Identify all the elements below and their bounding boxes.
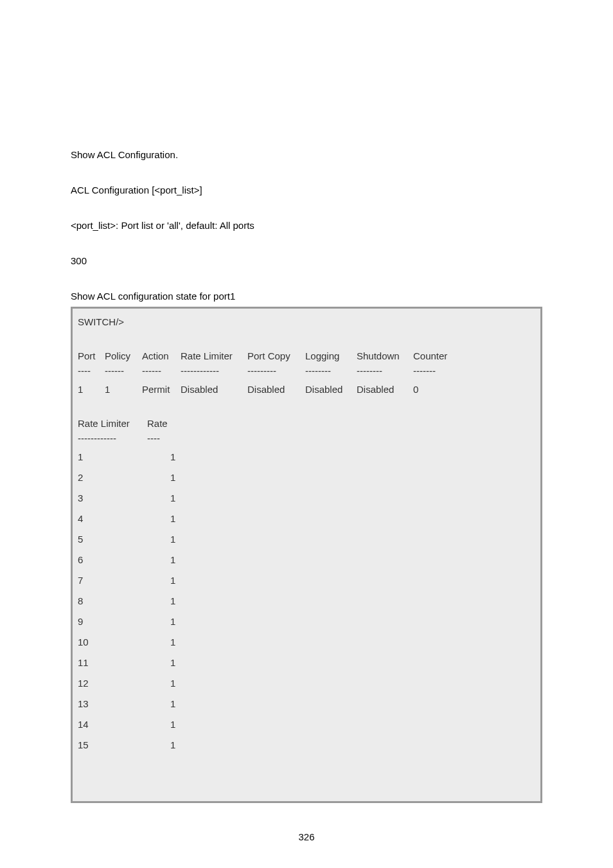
col-action: Action — [142, 349, 181, 363]
page: Show ACL Configuration. ACL Configuratio… — [0, 0, 613, 868]
rl-col-id: Rate Limiter — [78, 417, 147, 430]
terminal-prompt: SWITCH/> — [78, 315, 124, 329]
rl-cell-rate: 1 — [170, 491, 190, 505]
port-table-divider: ---- ------ ------ ------------ --------… — [78, 364, 535, 377]
rl-cell-rate: 1 — [170, 512, 190, 525]
intro-line-4: 300 — [71, 254, 542, 267]
port-table-header: Port Policy Action Rate Limiter Port Cop… — [78, 349, 535, 363]
rl-cell-id: 3 — [78, 491, 97, 505]
rate-limiter-row: 81 — [78, 594, 535, 608]
rl-cell-id: 11 — [78, 656, 97, 669]
rl-cell-id: 4 — [78, 512, 97, 525]
rl-cell-rate: 1 — [170, 574, 190, 587]
rl-cell-id: 15 — [78, 738, 97, 752]
rl-cell-rate: 1 — [170, 656, 190, 669]
rl-cell-id: 9 — [78, 615, 97, 628]
col-rate-limiter: Rate Limiter — [181, 349, 247, 363]
rate-limiter-row: 51 — [78, 532, 535, 546]
rl-cell-id: 10 — [78, 635, 97, 649]
rl-cell-rate: 1 — [170, 450, 190, 464]
col-port-copy: Port Copy — [247, 349, 305, 363]
col-port: Port — [78, 349, 105, 363]
rate-limiter-row: 141 — [78, 718, 535, 731]
cell-logging: Disabled — [305, 383, 357, 396]
cell-portcopy: Disabled — [247, 383, 305, 396]
rate-limiter-rows: 112131415161718191101111121131141151 — [78, 450, 535, 752]
rate-limiter-row: 121 — [78, 676, 535, 690]
col-shutdown: Shutdown — [357, 349, 413, 363]
cell-rate: Disabled — [181, 383, 247, 396]
rl-cell-rate: 1 — [170, 676, 190, 690]
rl-cell-id: 12 — [78, 676, 97, 690]
rate-limiter-divider: ------------ ---- — [78, 431, 535, 445]
cell-port: 1 — [78, 383, 105, 396]
rl-cell-id: 13 — [78, 697, 97, 710]
intro-line-5: Show ACL configuration state for port1 — [71, 289, 542, 303]
cell-policy: 1 — [105, 383, 142, 396]
rl-cell-id: 5 — [78, 532, 97, 546]
rl-cell-rate: 1 — [170, 718, 190, 731]
rate-limiter-row: 61 — [78, 553, 535, 566]
rate-limiter-row: 131 — [78, 697, 535, 710]
rl-col-rate: Rate — [147, 417, 179, 430]
cell-shutdown: Disabled — [357, 383, 413, 396]
intro-line-3: <port_list>: Port list or 'all', default… — [71, 219, 542, 232]
rate-limiter-row: 91 — [78, 615, 535, 628]
rl-cell-id: 2 — [78, 471, 97, 484]
rl-cell-rate: 1 — [170, 594, 190, 608]
intro-line-1: Show ACL Configuration. — [71, 148, 542, 161]
rate-limiter-row: 31 — [78, 491, 535, 505]
cell-counter: 0 — [413, 383, 458, 396]
rate-limiter-row: 41 — [78, 512, 535, 525]
rl-cell-rate: 1 — [170, 471, 190, 484]
rate-limiter-row: 71 — [78, 574, 535, 587]
rate-limiter-row: 11 — [78, 450, 535, 464]
rl-cell-id: 8 — [78, 594, 97, 608]
rl-cell-rate: 1 — [170, 615, 190, 628]
rate-limiter-row: 21 — [78, 471, 535, 484]
port-table-row: 1 1 Permit Disabled Disabled Disabled Di… — [78, 383, 535, 396]
rl-cell-id: 7 — [78, 574, 97, 587]
rl-cell-id: 1 — [78, 450, 97, 464]
cell-action: Permit — [142, 383, 181, 396]
rate-limiter-header: Rate Limiter Rate — [78, 417, 535, 430]
rl-cell-id: 6 — [78, 553, 97, 566]
col-policy: Policy — [105, 349, 142, 363]
rl-cell-rate: 1 — [170, 532, 190, 546]
page-number: 326 — [0, 831, 613, 842]
rate-limiter-row: 151 — [78, 738, 535, 752]
rl-cell-rate: 1 — [170, 635, 190, 649]
intro-line-2: ACL Configuration [<port_list>] — [71, 183, 542, 197]
rl-cell-rate: 1 — [170, 697, 190, 710]
rate-limiter-row: 101 — [78, 635, 535, 649]
rl-cell-rate: 1 — [170, 553, 190, 566]
col-counter: Counter — [413, 349, 458, 363]
rl-cell-rate: 1 — [170, 738, 190, 752]
rl-cell-id: 14 — [78, 718, 97, 731]
terminal-output: SWITCH/> Port Policy Action Rate Limiter… — [71, 307, 542, 803]
rate-limiter-row: 111 — [78, 656, 535, 669]
col-logging: Logging — [305, 349, 357, 363]
